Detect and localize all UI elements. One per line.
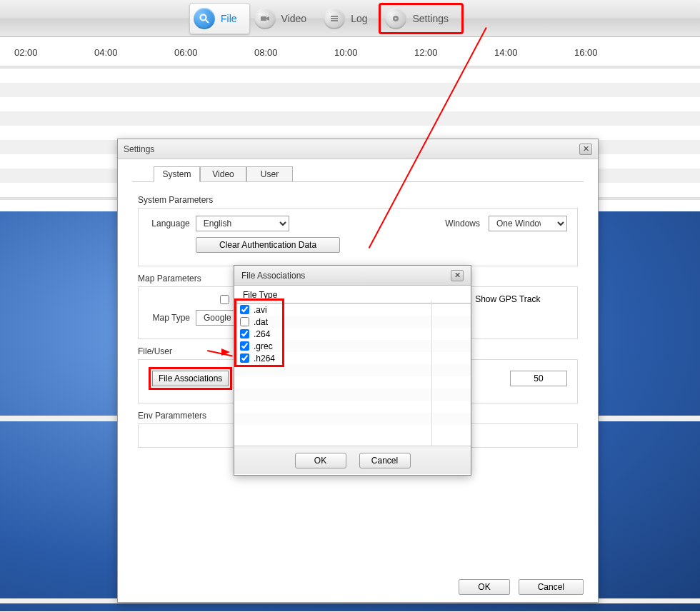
svg-marker-3 [266, 16, 269, 21]
file-associations-body: File Type .avi .dat .264 .grec .h264 [234, 286, 471, 446]
tab-settings[interactable]: Settings [379, 3, 464, 34]
file-type-checkbox[interactable] [240, 341, 249, 351]
settings-footer: OK Cancel [459, 579, 584, 595]
file-type-ext: .avi [254, 305, 267, 315]
file-user-input[interactable] [510, 371, 567, 386]
file-type-ext: .dat [254, 317, 268, 327]
system-params-box: Language English Windows One Window Clea… [138, 208, 578, 266]
cancel-button[interactable]: Cancel [359, 453, 411, 468]
tab-video[interactable]: Video [250, 3, 320, 34]
file-associations-title: File Associations [241, 271, 305, 281]
column-divider [431, 301, 432, 446]
file-type-row[interactable]: .grec [234, 340, 471, 352]
ok-button[interactable]: OK [295, 453, 346, 468]
file-type-row[interactable]: .h264 [234, 352, 471, 364]
timeline-tick: 06:00 [174, 47, 254, 66]
settings-tabbar: System Video User [132, 159, 584, 182]
search-icon [194, 8, 215, 29]
file-type-row[interactable]: .dat [234, 316, 471, 328]
timeline-tick: 16:00 [574, 47, 654, 66]
list-icon [324, 8, 345, 29]
file-type-ext: .264 [254, 329, 270, 339]
show-gps-label: Show GPS Track [475, 294, 540, 304]
tab-file[interactable]: File [189, 3, 250, 34]
file-type-checkbox[interactable] [240, 305, 249, 314]
language-label: Language [149, 219, 190, 229]
file-associations-button[interactable]: File Associations [152, 371, 229, 386]
file-type-row[interactable]: .264 [234, 328, 471, 340]
file-type-ext: .grec [254, 341, 273, 351]
svg-rect-4 [331, 16, 338, 17]
cancel-button[interactable]: Cancel [519, 579, 584, 595]
svg-rect-2 [261, 16, 266, 21]
svg-point-0 [201, 14, 206, 20]
ok-button[interactable]: OK [459, 579, 509, 595]
tab-user[interactable]: User [246, 166, 293, 182]
file-type-checkbox[interactable] [240, 317, 249, 326]
timeline: 02:00 04:00 06:00 08:00 10:00 12:00 14:0… [0, 37, 700, 66]
timeline-tick: 02:00 [14, 47, 94, 66]
main-toolbar: File Video Log Settings [0, 0, 700, 37]
windows-label: Windows [445, 219, 480, 229]
tab-system[interactable]: System [154, 166, 200, 182]
close-icon[interactable]: ✕ [579, 144, 592, 155]
file-associations-footer: OK Cancel [234, 446, 471, 474]
camera-icon [254, 8, 276, 29]
timeline-tick: 04:00 [94, 47, 174, 66]
timeline-tick: 10:00 [334, 47, 414, 66]
windows-select[interactable]: One Window [489, 216, 567, 231]
clear-auth-button[interactable]: Clear Authentication Data [196, 237, 340, 253]
svg-rect-6 [331, 20, 338, 21]
timeline-tick: 08:00 [254, 47, 334, 66]
settings-title: Settings [124, 144, 154, 154]
timeline-tick: 12:00 [414, 47, 494, 66]
tab-log[interactable]: Log [319, 3, 380, 34]
svg-point-8 [395, 17, 397, 19]
file-associations-titlebar: File Associations ✕ [234, 266, 471, 286]
svg-line-1 [206, 20, 209, 23]
tab-label: Log [351, 13, 367, 24]
svg-rect-5 [331, 18, 338, 19]
file-type-column-header: File Type [234, 286, 471, 304]
show-gps-checkbox[interactable]: Show GPS Track [461, 294, 540, 304]
tab-label: File [221, 13, 237, 24]
language-select[interactable]: English [196, 216, 290, 231]
close-icon[interactable]: ✕ [451, 270, 464, 281]
gear-icon [385, 8, 406, 29]
tab-label: Video [281, 13, 307, 24]
map-type-label: Map Type [149, 313, 190, 323]
timeline-tick: 14:00 [494, 47, 574, 66]
system-params-label: System Parameters [138, 195, 578, 205]
file-type-ext: .h264 [254, 353, 275, 363]
file-associations-dialog: File Associations ✕ File Type .avi .dat … [234, 265, 471, 476]
file-type-row[interactable]: .avi [234, 304, 471, 316]
settings-titlebar: Settings ✕ [118, 139, 598, 159]
file-type-checkbox[interactable] [240, 329, 249, 338]
file-type-list: .avi .dat .264 .grec .h264 [234, 304, 471, 437]
tab-label: Settings [412, 13, 449, 24]
file-type-checkbox[interactable] [240, 353, 249, 363]
tab-video[interactable]: Video [200, 166, 246, 182]
